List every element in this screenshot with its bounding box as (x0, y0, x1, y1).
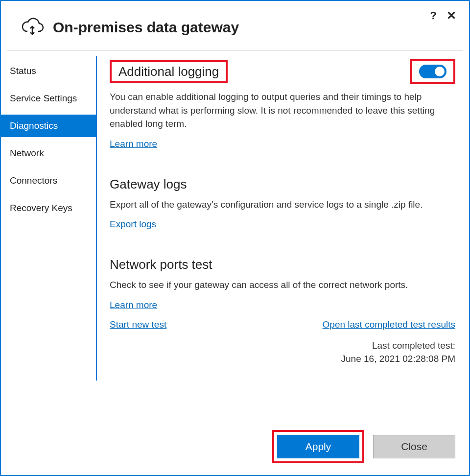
section-network-ports: Network ports test Check to see if your … (110, 257, 455, 366)
sidebar-item-status[interactable]: Status (1, 60, 96, 82)
last-completed-test: Last completed test: June 16, 2021 02:28… (110, 339, 455, 366)
additional-logging-title: Additional logging (118, 64, 219, 79)
sidebar-item-connectors[interactable]: Connectors (1, 169, 96, 192)
footer-buttons: Apply Close (272, 430, 455, 463)
network-ports-learn-more-link[interactable]: Learn more (110, 300, 157, 310)
start-new-test-link[interactable]: Start new test (110, 319, 166, 330)
gateway-logs-title: Gateway logs (110, 177, 455, 192)
highlight-apply-button: Apply (272, 430, 364, 463)
highlight-additional-logging-toggle (410, 59, 455, 84)
last-test-label: Last completed test: (110, 339, 455, 353)
apply-button[interactable]: Apply (277, 435, 359, 458)
sidebar: Status Service Settings Diagnostics Netw… (1, 56, 97, 381)
sidebar-item-service-settings[interactable]: Service Settings (1, 87, 96, 110)
highlight-additional-logging-title: Additional logging (110, 60, 228, 83)
sidebar-item-recovery-keys[interactable]: Recovery Keys (1, 197, 96, 219)
close-button[interactable]: Close (373, 435, 455, 458)
sidebar-item-diagnostics[interactable]: Diagnostics (1, 115, 96, 137)
main-content: Additional logging You can enable additi… (97, 56, 455, 381)
app-title: On-premises data gateway (53, 19, 239, 36)
section-gateway-logs: Gateway logs Export all of the gateway's… (110, 177, 455, 230)
additional-logging-desc: You can enable additional logging to out… (110, 90, 455, 131)
section-additional-logging: Additional logging You can enable additi… (110, 59, 455, 149)
cloud-gateway-icon (21, 15, 44, 40)
open-last-results-link[interactable]: Open last completed test results (323, 319, 455, 330)
help-icon[interactable]: ? (430, 10, 437, 21)
additional-logging-toggle[interactable] (419, 65, 446, 78)
sidebar-item-network[interactable]: Network (1, 142, 96, 165)
export-logs-link[interactable]: Export logs (110, 219, 156, 230)
toggle-knob (435, 67, 445, 76)
close-icon[interactable]: ✕ (446, 10, 456, 22)
network-ports-title: Network ports test (110, 257, 455, 272)
gateway-logs-desc: Export all of the gateway's configuratio… (110, 198, 455, 212)
network-ports-desc: Check to see if your gateway can access … (110, 278, 455, 292)
additional-logging-learn-more-link[interactable]: Learn more (110, 139, 157, 149)
last-test-value: June 16, 2021 02:28:08 PM (110, 352, 455, 366)
